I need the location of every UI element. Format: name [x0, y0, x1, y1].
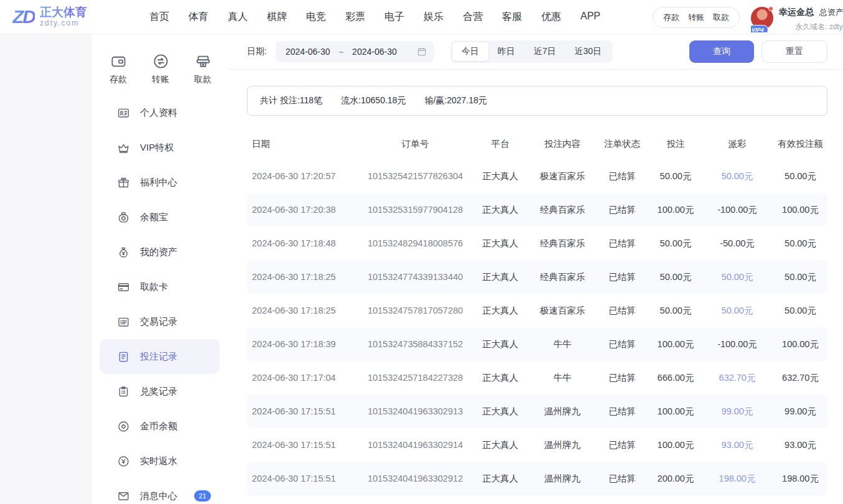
table-row: 2024-06-30 17:15:511015324041963302914正大… — [247, 428, 827, 462]
range-chip[interactable]: 近7日 — [524, 42, 566, 61]
cell-date: 2024-06-30 17:17:04 — [252, 373, 361, 383]
cell-content: 牛牛 — [531, 372, 594, 384]
cell-payout: -100.00元 — [701, 338, 773, 350]
table-header-row: 日期订单号平台投注内容注单状态投注派彩有效投注额 — [247, 128, 827, 159]
nav-item[interactable]: 电竞 — [306, 11, 326, 24]
nav-item[interactable]: 客服 — [502, 11, 522, 24]
brand-name: 正大体育 — [40, 6, 87, 19]
sidebar-item-label: 消息中心 — [140, 490, 177, 502]
cell-platform: 正大真人 — [470, 338, 531, 350]
nav-item[interactable]: 首页 — [149, 11, 169, 24]
table-row: 2024-06-30 17:18:391015324735884337152正大… — [247, 327, 827, 361]
table-row: 2024-06-30 17:20:381015325315977904128正大… — [247, 193, 827, 226]
cell-platform: 正大真人 — [470, 238, 531, 250]
cell-bet: 50.00元 — [650, 170, 701, 182]
cell-bet: 200.00元 — [650, 473, 701, 485]
summary-bar: 共计 投注:118笔流水:10650.18元输/赢:2027.18元 — [247, 86, 827, 116]
table-row: 2024-06-30 17:15:511015324041963302912正大… — [247, 462, 827, 495]
cell-payout: -50.00元 — [701, 238, 773, 250]
quick-range-group: 今日昨日近7日近30日 — [450, 40, 613, 63]
cell-valid: 100.00元 — [773, 204, 827, 216]
cell-status: 已结算 — [594, 338, 650, 350]
rebate-icon — [117, 455, 130, 468]
cell-order: 1015324774339133440 — [361, 272, 470, 282]
cell-payout: 50.00元 — [701, 170, 773, 182]
welfare-icon — [117, 176, 130, 189]
search-button[interactable]: 查询 — [689, 40, 754, 63]
cell-status: 已结算 — [594, 439, 650, 451]
quick-action-取款[interactable]: 取款 — [188, 53, 218, 85]
deposit-icon — [110, 53, 127, 70]
wallet-action[interactable]: 存款 — [663, 12, 679, 23]
nav-item[interactable]: 彩票 — [345, 11, 365, 24]
quick-action-转账[interactable]: 转账 — [146, 53, 175, 85]
cell-bet: 50.00元 — [650, 238, 701, 250]
sidebar-item[interactable]: 投注记录 — [100, 339, 220, 374]
reset-button[interactable]: 重置 — [761, 40, 827, 63]
cell-content: 经典百家乐 — [531, 271, 594, 283]
brand-logo[interactable]: ZD 正大体育 zdty.com — [12, 6, 87, 27]
sidebar-item[interactable]: 取款卡 — [100, 269, 220, 304]
nav-item[interactable]: APP — [580, 11, 600, 24]
cell-payout: 93.00元 — [701, 439, 773, 451]
cell-valid: 99.00元 — [773, 406, 827, 418]
sidebar-item-label: 交易记录 — [140, 316, 177, 328]
cell-bet: 50.00元 — [650, 305, 701, 317]
cell-date: 2024-06-30 17:15:51 — [252, 406, 361, 416]
sidebar-item[interactable]: VIP特权 — [100, 130, 220, 165]
cell-status: 已结算 — [594, 305, 650, 317]
sidebar-item[interactable]: 实时返水 — [100, 444, 220, 478]
sidebar-item-label: 金币余额 — [140, 421, 177, 432]
cell-platform: 正大真人 — [470, 372, 531, 384]
sidebar-item[interactable]: 我的资产 — [100, 235, 220, 269]
sidebar-item[interactable]: 余额宝 — [100, 200, 220, 235]
nav-item[interactable]: 电子 — [384, 11, 404, 24]
left-gutter — [0, 34, 92, 504]
cell-content: 经典百家乐 — [531, 204, 594, 216]
cell-payout: 50.00元 — [701, 271, 773, 283]
calendar-icon — [417, 47, 427, 57]
cell-bet: 100.00元 — [650, 439, 701, 451]
sidebar-item[interactable]: 兑奖记录 — [100, 374, 220, 409]
permanent-domain-note: 永久域名: zdty.com — [779, 22, 843, 32]
sidebar-item-label: 兑奖记录 — [140, 386, 177, 398]
prizes-icon — [117, 385, 130, 398]
sidebar-item-label: 余额宝 — [140, 212, 168, 223]
sidebar-item-label: 投注记录 — [140, 351, 177, 363]
sidebar-item[interactable]: 金币余额 — [100, 409, 220, 444]
nav-item[interactable]: 真人 — [228, 11, 248, 24]
range-chip[interactable]: 近30日 — [566, 42, 612, 61]
date-range-input[interactable]: 2024-06-30 ~ 2024-06-30 — [276, 41, 434, 62]
wallet-action[interactable]: 取款 — [713, 12, 729, 23]
table-row: 2024-06-30 17:20:571015325421577826304正大… — [247, 159, 827, 193]
quick-action-存款[interactable]: 存款 — [103, 53, 133, 85]
nav-item[interactable]: 合营 — [463, 11, 483, 24]
wallet-actions: 存款转账取款 — [653, 7, 740, 28]
yuebao-icon — [117, 211, 130, 224]
cell-payout: 50.00元 — [701, 305, 773, 317]
range-chip[interactable]: 今日 — [452, 42, 488, 61]
nav-item[interactable]: 娱乐 — [424, 11, 444, 24]
user-block[interactable]: VIP4 幸运金总 总资产: 永久域名: zdty.com — [751, 2, 843, 32]
cell-bet: 100.00元 — [650, 406, 701, 418]
nav-item[interactable]: 棋牌 — [267, 11, 287, 24]
cell-content: 温州牌九 — [531, 473, 594, 485]
range-chip[interactable]: 昨日 — [488, 42, 524, 61]
cell-platform: 正大真人 — [470, 305, 531, 317]
cell-content: 经典百家乐 — [531, 238, 594, 250]
date-label: 日期: — [247, 46, 267, 57]
sidebar-item[interactable]: 个人资料 — [100, 95, 220, 130]
sidebar-item[interactable]: 交易记录 — [100, 304, 220, 339]
notification-dot-icon — [768, 6, 773, 11]
quick-action-label: 转账 — [152, 74, 169, 85]
column-header: 日期 — [252, 138, 361, 150]
cell-status: 已结算 — [594, 406, 650, 418]
sidebar-item[interactable]: 福利中心 — [100, 165, 220, 200]
filter-divider — [227, 69, 843, 70]
wallet-action[interactable]: 转账 — [688, 12, 704, 23]
sidebar-menu: 个人资料VIP特权福利中心余额宝我的资产取款卡交易记录投注记录兑奖记录金币余额实… — [92, 95, 227, 504]
nav-item[interactable]: 优惠 — [541, 11, 561, 24]
nav-item[interactable]: 体育 — [189, 11, 208, 24]
sidebar-item[interactable]: 消息中心21 — [100, 478, 220, 504]
cell-platform: 正大真人 — [470, 170, 531, 182]
